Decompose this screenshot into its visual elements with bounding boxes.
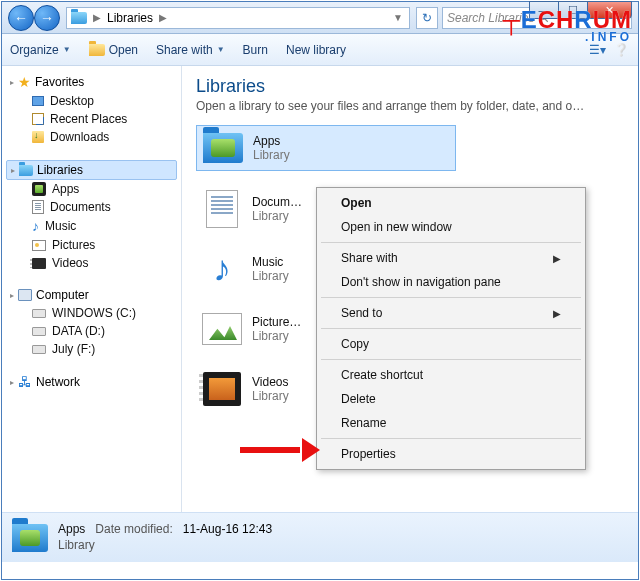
page-subtitle: Open a library to see your files and arr… bbox=[196, 99, 586, 113]
music-icon: ♪ bbox=[213, 251, 231, 287]
separator bbox=[321, 242, 581, 243]
chevron-right-icon: ▶ bbox=[553, 308, 561, 319]
drive-icon bbox=[32, 345, 46, 354]
item-subtitle: Library bbox=[253, 148, 290, 162]
item-name: Videos bbox=[252, 375, 289, 389]
ctx-delete[interactable]: Delete bbox=[319, 387, 583, 411]
page-title: Libraries bbox=[196, 76, 624, 97]
apps-icon bbox=[32, 182, 46, 196]
sidebar-item-drive-f[interactable]: July (F:) bbox=[6, 340, 177, 358]
maximize-button[interactable]: ☐ bbox=[558, 1, 588, 19]
item-subtitle: Library bbox=[252, 269, 289, 283]
details-pane: Apps Date modified: 11-Aug-16 12:43 Libr… bbox=[2, 512, 638, 562]
sidebar-item-pictures[interactable]: Pictures bbox=[6, 236, 177, 254]
burn-button[interactable]: Burn bbox=[243, 43, 268, 57]
title-bar: ← → ▶ Libraries ▶ ▼ ↻ Search Libraries —… bbox=[2, 2, 638, 34]
view-options-button[interactable]: ☰▾ bbox=[588, 41, 606, 59]
pictures-icon bbox=[32, 240, 46, 251]
help-button[interactable]: ❔ bbox=[612, 41, 630, 59]
explorer-window: ← → ▶ Libraries ▶ ▼ ↻ Search Libraries —… bbox=[1, 1, 639, 580]
breadcrumb[interactable]: Libraries bbox=[107, 11, 153, 25]
sidebar-item-documents[interactable]: Documents bbox=[6, 198, 177, 216]
window-controls: — ☐ ✕ bbox=[530, 1, 632, 19]
ctx-hide-nav[interactable]: Don't show in navigation pane bbox=[319, 270, 583, 294]
videos-icon bbox=[203, 372, 241, 406]
star-icon: ★ bbox=[18, 74, 31, 90]
ctx-open-new[interactable]: Open in new window bbox=[319, 215, 583, 239]
sidebar-item-videos[interactable]: Videos bbox=[6, 254, 177, 272]
network-header[interactable]: ▸ 🖧 Network bbox=[6, 372, 177, 392]
drive-icon bbox=[32, 309, 46, 318]
recent-icon bbox=[32, 113, 44, 125]
chevron-down-icon[interactable]: ▼ bbox=[391, 12, 405, 23]
chevron-right-icon: ▶ bbox=[157, 12, 169, 23]
ctx-properties[interactable]: Properties bbox=[319, 442, 583, 466]
folder-icon bbox=[89, 44, 105, 56]
details-name: Apps bbox=[58, 522, 85, 538]
downloads-icon bbox=[32, 131, 44, 143]
item-name: Apps bbox=[253, 134, 290, 148]
desktop-icon bbox=[32, 96, 44, 106]
computer-header[interactable]: ▸ Computer bbox=[6, 286, 177, 304]
navigation-pane: ▸ ★ Favorites Desktop Recent Places Down… bbox=[2, 66, 182, 512]
new-library-button[interactable]: New library bbox=[286, 43, 346, 57]
address-bar[interactable]: ▶ Libraries ▶ ▼ bbox=[66, 7, 410, 29]
music-icon: ♪ bbox=[32, 218, 39, 234]
sidebar-item-apps[interactable]: Apps bbox=[6, 180, 177, 198]
libraries-icon bbox=[19, 165, 33, 176]
minimize-button[interactable]: — bbox=[529, 1, 559, 19]
ctx-shortcut[interactable]: Create shortcut bbox=[319, 363, 583, 387]
chevron-right-icon: ▶ bbox=[553, 253, 561, 264]
disclosure-icon: ▸ bbox=[10, 378, 14, 387]
details-modified-value: 11-Aug-16 12:43 bbox=[183, 522, 272, 538]
details-type: Library bbox=[58, 538, 272, 554]
favorites-header[interactable]: ▸ ★ Favorites bbox=[6, 72, 177, 92]
apps-icon bbox=[12, 524, 48, 552]
separator bbox=[321, 328, 581, 329]
nav-buttons: ← → bbox=[8, 5, 60, 31]
close-button[interactable]: ✕ bbox=[587, 1, 632, 19]
share-menu[interactable]: Share with▼ bbox=[156, 43, 225, 57]
sidebar-item-desktop[interactable]: Desktop bbox=[6, 92, 177, 110]
item-subtitle: Library bbox=[252, 389, 289, 403]
library-item-apps[interactable]: Apps Library bbox=[196, 125, 456, 171]
separator bbox=[321, 438, 581, 439]
item-subtitle: Library bbox=[252, 209, 302, 223]
refresh-button[interactable]: ↻ bbox=[416, 7, 438, 29]
organize-menu[interactable]: Organize▼ bbox=[10, 43, 71, 57]
back-button[interactable]: ← bbox=[8, 5, 34, 31]
item-subtitle: Library bbox=[252, 329, 301, 343]
item-name: Docum… bbox=[252, 195, 302, 209]
item-name: Picture… bbox=[252, 315, 301, 329]
chevron-right-icon: ▶ bbox=[91, 12, 103, 23]
sidebar-item-recent[interactable]: Recent Places bbox=[6, 110, 177, 128]
ctx-share[interactable]: Share with▶ bbox=[319, 246, 583, 270]
libraries-header[interactable]: ▸ Libraries bbox=[6, 160, 177, 180]
libraries-icon bbox=[71, 12, 87, 24]
search-placeholder: Search Libraries bbox=[447, 11, 534, 25]
disclosure-icon: ▸ bbox=[10, 291, 14, 300]
ctx-rename[interactable]: Rename bbox=[319, 411, 583, 435]
disclosure-icon: ▸ bbox=[10, 78, 14, 87]
document-icon bbox=[206, 190, 238, 228]
document-icon bbox=[32, 200, 44, 214]
context-menu: Open Open in new window Share with▶ Don'… bbox=[316, 187, 586, 470]
sidebar-item-drive-d[interactable]: DATA (D:) bbox=[6, 322, 177, 340]
drive-icon bbox=[32, 327, 46, 336]
ctx-open[interactable]: Open bbox=[319, 191, 583, 215]
ctx-sendto[interactable]: Send to▶ bbox=[319, 301, 583, 325]
separator bbox=[321, 359, 581, 360]
command-bar: Organize▼ Open Share with▼ Burn New libr… bbox=[2, 34, 638, 66]
details-modified-label: Date modified: bbox=[95, 522, 172, 538]
sidebar-item-music[interactable]: ♪Music bbox=[6, 216, 177, 236]
open-button[interactable]: Open bbox=[89, 43, 138, 57]
apps-icon bbox=[203, 133, 243, 163]
computer-icon bbox=[18, 289, 32, 301]
separator bbox=[321, 297, 581, 298]
disclosure-icon: ▸ bbox=[11, 166, 15, 175]
sidebar-item-drive-c[interactable]: WINDOWS (C:) bbox=[6, 304, 177, 322]
pictures-icon bbox=[202, 313, 242, 345]
sidebar-item-downloads[interactable]: Downloads bbox=[6, 128, 177, 146]
ctx-copy[interactable]: Copy bbox=[319, 332, 583, 356]
forward-button[interactable]: → bbox=[34, 5, 60, 31]
